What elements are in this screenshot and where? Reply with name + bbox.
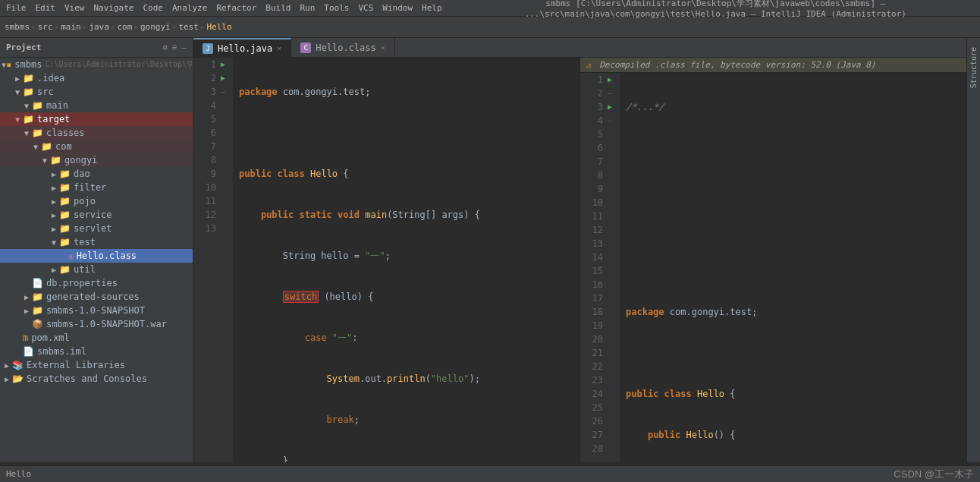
- folder-icon-util: 📁: [59, 264, 71, 275]
- menu-bar[interactable]: File Edit View Navigate Code Analyze Ref…: [6, 3, 442, 13]
- folder-icon-dao: 📁: [59, 169, 71, 179]
- tree-item-test[interactable]: ▼ 📁 test: [0, 235, 193, 249]
- structure-label[interactable]: Structure: [968, 44, 979, 91]
- sidebar-minimize-icon[interactable]: –: [181, 43, 187, 52]
- sidebar-settings-icon[interactable]: ⚙: [162, 43, 168, 52]
- tree-item-external[interactable]: ▶ 📚 External Libraries: [0, 358, 193, 372]
- editor-body-left[interactable]: 1 2 3 4 5 6 7 8 9 10 11 12 13: [193, 58, 580, 462]
- tree-item-smbms[interactable]: ▼ ▪ smbms C:\Users\Administrator\Desktop…: [0, 58, 193, 71]
- menu-analyze[interactable]: Analyze: [172, 3, 207, 13]
- code-right[interactable]: /*...*/ package com.gongyi.test; public …: [620, 73, 966, 462]
- breadcrumb-java[interactable]: java: [89, 22, 109, 32]
- editor-pane-left: 1 2 3 4 5 6 7 8 9 10 11 12 13: [193, 58, 580, 462]
- window-title: smbms [C:\Users\Administrator\Desktop\学习…: [457, 0, 974, 19]
- folder-icon-idea: 📁: [23, 73, 34, 83]
- decompiled-text: Decompiled .class file, bytecode version…: [599, 60, 875, 70]
- tree-item-dao[interactable]: ▶ 📁 dao: [0, 167, 193, 181]
- file-icon-iml: 📄: [23, 346, 34, 357]
- expand-arrow-src: ▼: [12, 88, 23, 96]
- sidebar-expand-icon[interactable]: ≡: [172, 43, 177, 52]
- folder-icon-gongyi: 📁: [50, 155, 61, 165]
- breadcrumb-com[interactable]: com: [118, 22, 133, 32]
- expand-arrow-main: ▼: [21, 102, 32, 110]
- menu-tools[interactable]: Tools: [324, 3, 349, 13]
- tree-label-com: com: [55, 141, 72, 152]
- menu-edit[interactable]: Edit: [36, 3, 56, 13]
- tree-item-idea[interactable]: ▶ 📁 .idea: [0, 71, 193, 85]
- editor-body-right[interactable]: 1 2 3 4 5 6 7 8 9 10 11 12 13 14: [580, 73, 966, 462]
- tree-item-util[interactable]: ▶ 📁 util: [0, 263, 193, 276]
- structure-panel[interactable]: Structure: [966, 38, 980, 462]
- file-icon-hello-class: ◉: [68, 251, 74, 261]
- main-area: Project ⚙ ≡ – ▼ ▪ smbms C:\Users\Adminis…: [0, 38, 980, 462]
- expand-arrow-generated: ▶: [21, 293, 32, 301]
- expand-arrow-com: ▼: [30, 143, 41, 151]
- line-numbers-left: 1 2 3 4 5 6 7 8 9 10 11 12 13: [193, 58, 221, 462]
- menu-view[interactable]: View: [64, 3, 85, 13]
- expand-arrow-idea: ▶: [12, 74, 23, 83]
- menu-refactor[interactable]: Refactor: [216, 3, 256, 13]
- tree-label-pom: pom.xml: [31, 332, 70, 343]
- tree-label-test: test: [74, 237, 96, 247]
- tree-item-generated[interactable]: ▶ 📁 generated-sources: [0, 290, 193, 304]
- tree-item-main[interactable]: ▼ 📁 main: [0, 99, 193, 112]
- tree-item-snapshot[interactable]: ▶ 📁 smbms-1.0-SNAPSHOT: [0, 304, 193, 317]
- tree-item-pom[interactable]: m pom.xml: [0, 331, 193, 345]
- tree-item-target[interactable]: ▼ 📁 target: [0, 112, 193, 126]
- menu-run[interactable]: Run: [300, 3, 315, 13]
- file-icon-db: 📄: [32, 278, 43, 288]
- expand-arrow-classes: ▼: [21, 129, 32, 137]
- file-icon-pom: m: [23, 332, 28, 343]
- tree-item-hello-class[interactable]: ◉ Hello.class: [0, 249, 193, 263]
- code-left[interactable]: package com.gongyi.test; public class He…: [233, 58, 580, 462]
- tree-item-gongyi[interactable]: ▼ 📁 gongyi: [0, 153, 193, 167]
- expand-arrow-snapshot: ▶: [21, 307, 32, 315]
- tree-item-classes[interactable]: ▼ 📁 classes: [0, 126, 193, 140]
- tab-label-hello-java: Hello.java: [218, 43, 272, 54]
- decompiled-notice: ⚠ Decompiled .class file, bytecode versi…: [580, 58, 966, 73]
- tab-hello-java[interactable]: J Hello.java ✕: [193, 38, 291, 57]
- tree-label-dao: dao: [74, 169, 90, 179]
- expand-arrow-filter: ▶: [49, 184, 59, 192]
- menu-navigate[interactable]: Navigate: [94, 3, 134, 13]
- tab-icon-java: J: [203, 43, 213, 54]
- tree-label-pojo: pojo: [74, 196, 96, 206]
- menu-help[interactable]: Help: [422, 3, 442, 13]
- menu-file[interactable]: File: [6, 3, 27, 13]
- breadcrumb-smbms[interactable]: smbms: [5, 22, 30, 32]
- navigation-bar: smbms ▸ src ▸ main ▸ java ▸ com ▸ gongyi…: [0, 17, 980, 38]
- tree-item-war[interactable]: 📦 smbms-1.0-SNAPSHOT.war: [0, 317, 193, 331]
- menu-vcs[interactable]: VCS: [358, 3, 373, 13]
- tree-label-hello-class: Hello.class: [77, 250, 137, 261]
- tab-close-hello-class[interactable]: ✕: [381, 43, 385, 52]
- menu-code[interactable]: Code: [143, 3, 163, 13]
- breadcrumb-src[interactable]: src: [38, 22, 53, 32]
- tree-item-servlet[interactable]: ▶ 📁 servlet: [0, 222, 193, 235]
- breadcrumb-hello[interactable]: Hello: [207, 22, 232, 32]
- menu-window[interactable]: Window: [382, 3, 413, 13]
- tree-item-pojo[interactable]: ▶ 📁 pojo: [0, 194, 193, 208]
- tree-label-classes: classes: [46, 128, 85, 138]
- breadcrumb[interactable]: smbms ▸ src ▸ main ▸ java ▸ com ▸ gongyi…: [5, 22, 232, 32]
- breadcrumb-main[interactable]: main: [61, 22, 81, 32]
- tab-close-hello-java[interactable]: ✕: [277, 44, 281, 52]
- breadcrumb-gongyi[interactable]: gongyi: [140, 22, 171, 32]
- tree-item-db-properties[interactable]: 📄 db.properties: [0, 276, 193, 290]
- tree-item-com[interactable]: ▼ 📁 com: [0, 140, 193, 153]
- menu-build[interactable]: Build: [265, 3, 291, 13]
- tab-hello-class[interactable]: C Hello.class ✕: [291, 38, 395, 57]
- breadcrumb-test[interactable]: test: [178, 22, 199, 32]
- folder-icon-test: 📁: [59, 237, 71, 247]
- tree-label-external: External Libraries: [27, 360, 125, 370]
- tree-label-iml: smbms.iml: [37, 346, 86, 357]
- file-tree: ▼ ▪ smbms C:\Users\Administrator\Desktop…: [0, 58, 193, 462]
- tab-icon-class: C: [300, 43, 311, 53]
- tree-label-servlet: servlet: [74, 223, 112, 234]
- tree-item-service[interactable]: ▶ 📁 service: [0, 208, 193, 222]
- tree-item-src[interactable]: ▼ 📁 src: [0, 85, 193, 99]
- tree-item-iml[interactable]: 📄 smbms.iml: [0, 345, 193, 358]
- expand-arrow-servlet: ▶: [49, 225, 59, 233]
- breadcrumb-sep: ▸: [83, 22, 88, 32]
- tree-item-scratches[interactable]: ▶ 📂 Scratches and Consoles: [0, 372, 193, 386]
- tree-item-filter[interactable]: ▶ 📁 filter: [0, 181, 193, 194]
